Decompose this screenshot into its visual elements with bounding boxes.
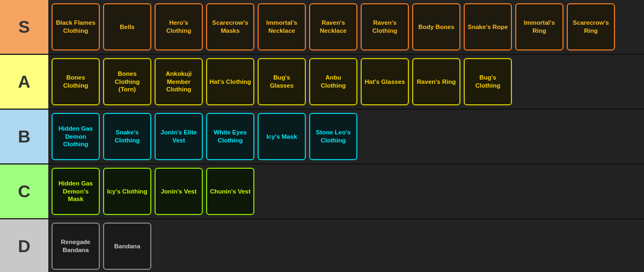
item-card[interactable]: Chunin's Vest [206,168,254,215]
tier-items-b: Hidden Gas Demon ClothingSnake's Clothin… [48,110,644,163]
tier-label-a: A [0,55,48,109]
tier-items-c: Hidden Gas Demon's MaskIcy's ClothingJon… [48,164,644,218]
item-card[interactable]: Hidden Gas Demon's Mask [52,168,100,215]
item-card[interactable]: Hat's Glasses [361,58,409,105]
item-card[interactable]: Snake's Clothing [103,113,151,160]
item-card[interactable]: Hidden Gas Demon Clothing [52,113,100,160]
item-card[interactable]: Jonin's Vest [155,168,203,215]
item-card[interactable]: Anbu Clothing [309,58,357,105]
item-card[interactable]: Bells [103,3,151,51]
tier-row-a: ABones ClothingBones Clothing (Torn)Anko… [0,55,644,110]
tier-label-d: D [0,219,48,272]
tier-items-s: Black Flames ClothingBellsHero's Clothin… [48,0,644,54]
item-card[interactable]: Bug's Glasses [258,58,306,105]
item-card[interactable]: Hat's Clothing [206,58,254,105]
item-card[interactable]: Stone Leo's Clothing [309,113,357,160]
item-card[interactable]: Bandana [103,223,151,270]
tier-label-s: S [0,0,48,54]
tier-row-b: BHidden Gas Demon ClothingSnake's Clothi… [0,110,644,164]
item-card[interactable]: Black Flames Clothing [52,3,100,51]
item-card[interactable]: Bones Clothing [52,58,100,105]
tier-row-d: DRenegade BandanaBandana [0,219,644,272]
item-card[interactable]: Body Bones [412,3,460,51]
tier-items-a: Bones ClothingBones Clothing (Torn)Ankok… [48,55,644,109]
tier-items-d: Renegade BandanaBandana [48,219,644,272]
item-card[interactable]: Scarecrow's Ring [567,3,615,51]
tier-label-b: B [0,110,48,163]
tier-list: SBlack Flames ClothingBellsHero's Clothi… [0,0,644,272]
item-card[interactable]: Jonin's Elite Vest [155,113,203,160]
item-card[interactable]: Immortal's Ring [515,3,564,51]
item-card[interactable]: Hero's Clothing [155,3,203,51]
tier-row-s: SBlack Flames ClothingBellsHero's Clothi… [0,0,644,55]
item-card[interactable]: Immortal's Necklace [258,3,306,51]
item-card[interactable]: White Eyes Clothing [206,113,254,160]
tier-row-c: CHidden Gas Demon's MaskIcy's ClothingJo… [0,164,644,219]
item-card[interactable]: Snake's Rope [464,3,512,51]
item-card[interactable]: Bones Clothing (Torn) [103,58,151,105]
item-card[interactable]: Raven's Necklace [309,3,357,51]
item-card[interactable]: Ankokuji Member Clothing [155,58,203,105]
item-card[interactable]: Renegade Bandana [52,223,100,270]
item-card[interactable]: Raven's Ring [412,58,460,105]
item-card[interactable]: Raven's Clothing [361,3,409,51]
item-card[interactable]: Icy's Clothing [103,168,151,215]
tier-label-c: C [0,164,48,218]
item-card[interactable]: Icy's Mask [258,113,306,160]
item-card[interactable]: Scarecrow's Masks [206,3,254,51]
item-card[interactable]: Bug's Clothing [464,58,512,105]
